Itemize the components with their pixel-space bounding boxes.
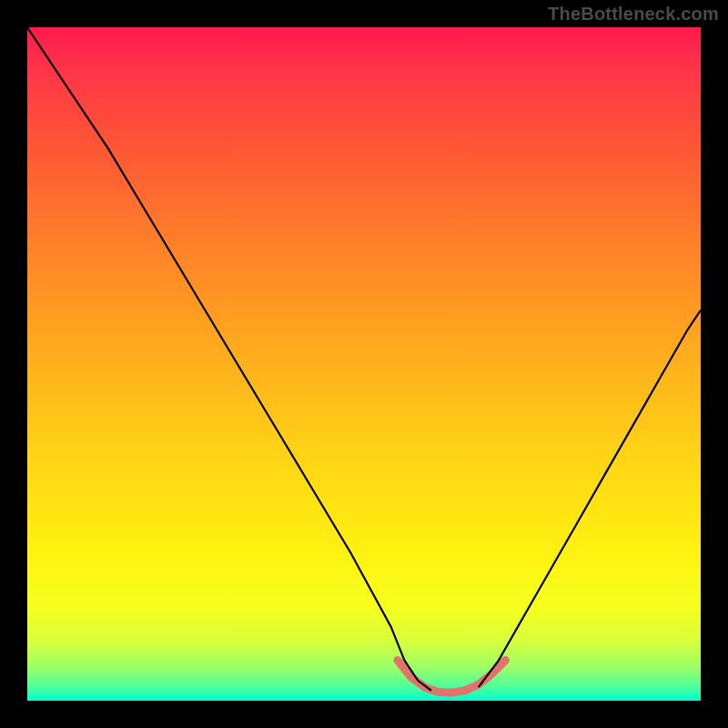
chart-frame: TheBottleneck.com bbox=[0, 0, 728, 728]
highlight-valley-path bbox=[398, 661, 505, 693]
watermark-text: TheBottleneck.com bbox=[548, 4, 719, 25]
right-curve-path bbox=[479, 310, 701, 687]
chart-svg bbox=[27, 27, 701, 701]
left-curve-path bbox=[27, 27, 431, 691]
plot-area bbox=[27, 27, 701, 701]
